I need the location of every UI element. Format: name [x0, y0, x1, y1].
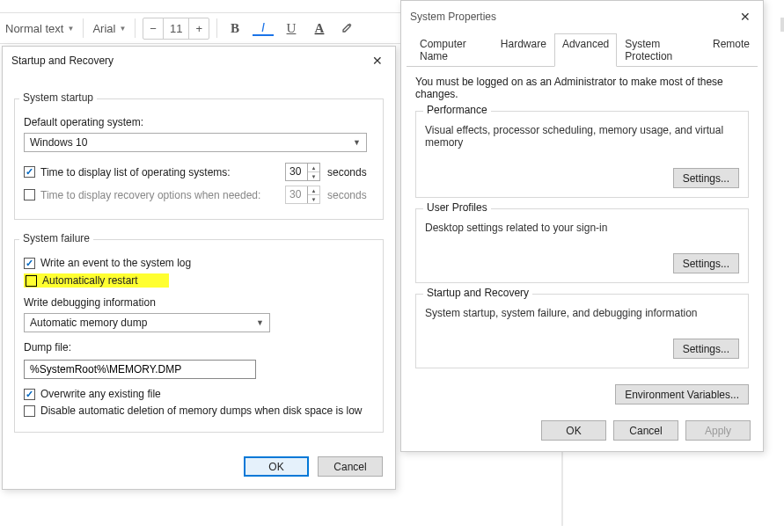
section-description: System startup, system failure, and debu… — [425, 307, 739, 319]
section-legend: Performance — [423, 104, 491, 116]
default-os-select[interactable]: Windows 10 ▼ — [24, 133, 367, 152]
increase-font-button[interactable]: + — [189, 18, 209, 39]
tab-advanced[interactable]: Advanced — [554, 33, 617, 67]
paragraph-style-value: Normal text — [5, 22, 63, 35]
spinner-up-icon[interactable]: ▲ — [308, 186, 319, 195]
system-failure-group: System failure Write an event to the sys… — [13, 233, 385, 434]
apply-button[interactable]: Apply — [685, 420, 751, 441]
startup-recovery-dialog: Startup and Recovery ✕ System startup De… — [2, 46, 396, 490]
disable-delete-checkbox[interactable] — [24, 405, 35, 417]
user-profiles-section: User Profiles Desktop settings related t… — [415, 208, 749, 283]
font-size-stepper: − 11 + — [143, 18, 209, 40]
ok-button[interactable]: OK — [244, 456, 309, 477]
tab-computer-name[interactable]: Computer Name — [412, 33, 493, 67]
system-startup-group: System startup Default operating system:… — [13, 92, 385, 221]
profiles-settings-button[interactable]: Settings... — [673, 253, 739, 273]
separator — [83, 18, 84, 38]
spinner-down-icon[interactable]: ▼ — [308, 195, 319, 203]
chevron-down-icon: ▼ — [353, 138, 361, 147]
overwrite-file-checkbox[interactable] — [24, 389, 35, 400]
chevron-down-icon: ▼ — [67, 25, 74, 33]
auto-restart-checkbox[interactable] — [26, 275, 37, 287]
highlighter-icon — [341, 19, 355, 33]
separator — [216, 18, 217, 38]
dialog-title: Startup and Recovery — [11, 55, 114, 67]
disable-delete-label: Disable automatic deletion of memory dum… — [40, 404, 363, 417]
font-size-value[interactable]: 11 — [163, 18, 189, 39]
section-legend: Startup and Recovery — [423, 287, 532, 299]
section-description: Visual effects, processor scheduling, me… — [425, 124, 739, 149]
group-legend: System failure — [19, 232, 93, 244]
display-os-seconds-value: 30 — [286, 164, 307, 180]
write-event-checkbox[interactable] — [24, 258, 35, 269]
ok-button[interactable]: OK — [541, 420, 606, 441]
default-os-value: Windows 10 — [30, 136, 87, 149]
environment-variables-button[interactable]: Environment Variables... — [615, 384, 749, 404]
display-recovery-seconds-value: 30 — [286, 186, 307, 203]
spinner-down-icon[interactable]: ▼ — [308, 172, 319, 180]
italic-button[interactable]: I — [253, 20, 274, 36]
display-recovery-checkbox[interactable] — [24, 189, 35, 200]
decorative-edge — [780, 18, 784, 32]
performance-section: Performance Visual effects, processor sc… — [415, 111, 749, 198]
display-os-list-label: Time to display list of operating system… — [40, 166, 278, 179]
close-button[interactable]: ✕ — [736, 8, 754, 26]
tab-remote[interactable]: Remote — [705, 33, 758, 67]
chevron-down-icon: ▼ — [256, 318, 264, 327]
dump-file-input[interactable] — [24, 360, 256, 379]
section-description: Desktop settings related to your sign-in — [425, 222, 739, 234]
tab-hardware[interactable]: Hardware — [493, 33, 554, 67]
dialog-title: System Properties — [410, 11, 496, 23]
bold-button[interactable]: B — [224, 21, 245, 36]
cancel-button[interactable]: Cancel — [613, 420, 678, 441]
paragraph-style-dropdown[interactable]: Normal text ▼ — [4, 20, 76, 37]
debug-info-value: Automatic memory dump — [30, 317, 147, 329]
decrease-font-button[interactable]: − — [143, 18, 163, 39]
default-os-label: Default operating system: — [24, 116, 143, 128]
close-button[interactable]: ✕ — [369, 52, 386, 69]
seconds-label: seconds — [327, 166, 367, 179]
chevron-down-icon: ▼ — [119, 25, 126, 33]
seconds-label: seconds — [327, 189, 367, 201]
system-properties-dialog: System Properties ✕ Computer Name Hardwa… — [400, 0, 764, 452]
startup-settings-button[interactable]: Settings... — [673, 339, 739, 359]
group-legend: System startup — [19, 91, 97, 104]
admin-intro-text: You must be logged on as an Administrato… — [415, 76, 749, 100]
display-os-list-checkbox[interactable] — [24, 166, 35, 178]
display-recovery-label: Time to display recovery options when ne… — [40, 189, 278, 201]
section-legend: User Profiles — [423, 201, 491, 214]
underline-button[interactable]: U — [281, 21, 302, 36]
auto-restart-highlight: Automatically restart — [24, 273, 169, 288]
debug-info-select[interactable]: Automatic memory dump ▼ — [24, 313, 270, 332]
separator — [135, 18, 136, 38]
tab-system-protection[interactable]: System Protection — [617, 33, 705, 67]
font-family-value: Arial — [92, 22, 115, 35]
display-recovery-seconds-spinner[interactable]: 30 ▲▼ — [285, 186, 320, 204]
text-color-button[interactable]: A — [309, 21, 330, 36]
font-family-dropdown[interactable]: Arial ▼ — [91, 20, 128, 37]
dump-file-label: Dump file: — [24, 341, 71, 353]
auto-restart-label: Automatically restart — [42, 274, 138, 287]
highlight-color-button[interactable] — [337, 19, 358, 37]
debug-info-label: Write debugging information — [24, 296, 156, 309]
performance-settings-button[interactable]: Settings... — [673, 168, 739, 188]
write-event-label: Write an event to the system log — [40, 257, 191, 269]
startup-recovery-section: Startup and Recovery System startup, sys… — [415, 294, 749, 368]
dialog-titlebar: System Properties ✕ — [401, 1, 763, 33]
tab-strip: Computer Name Hardware Advanced System P… — [407, 33, 758, 67]
dialog-button-row: OK Cancel — [3, 446, 395, 489]
overwrite-file-label: Overwrite any existing file — [40, 388, 161, 400]
display-os-seconds-spinner[interactable]: 30 ▲▼ — [285, 163, 320, 181]
dialog-titlebar: Startup and Recovery ✕ — [3, 47, 395, 75]
cancel-button[interactable]: Cancel — [318, 456, 383, 477]
spinner-up-icon[interactable]: ▲ — [308, 164, 319, 172]
